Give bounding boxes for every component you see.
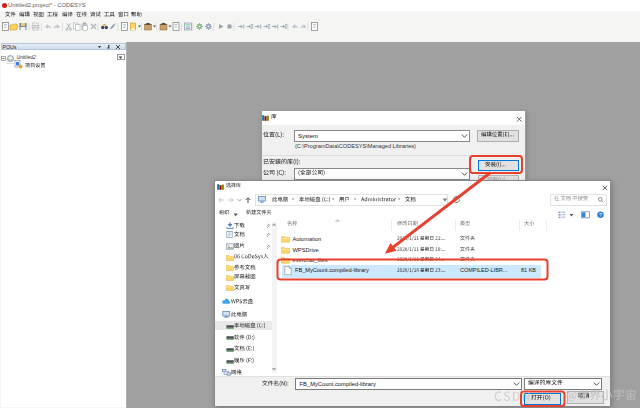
svg-text:?: ? xyxy=(599,212,602,218)
